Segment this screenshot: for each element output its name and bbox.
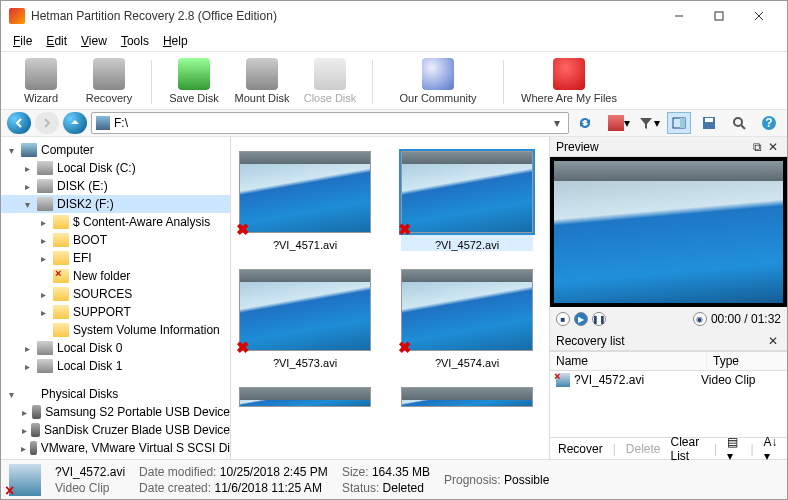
svg-text:?: ? [765, 116, 772, 130]
tree-disk2-f[interactable]: ▾DISK2 (F:) [1, 195, 230, 213]
svg-rect-5 [680, 118, 685, 128]
menu-edit[interactable]: Edit [40, 32, 73, 50]
tree-disk-e[interactable]: ▸DISK (E:) [1, 177, 230, 195]
minimize-button[interactable] [659, 2, 699, 30]
mount-disk-button[interactable]: Mount Disk [230, 56, 294, 104]
tree-svi[interactable]: System Volume Information [1, 321, 230, 339]
pause-button[interactable]: ❚❚ [592, 312, 606, 326]
status-filetype: Video Clip [55, 481, 125, 495]
file-label: ?VI_4574.avi [401, 357, 533, 369]
file-item[interactable]: ✖ ?VI_4571.avi [239, 151, 371, 251]
tree-efi[interactable]: ▸EFI [1, 249, 230, 267]
save-layout-button[interactable] [697, 112, 721, 134]
deleted-badge-icon: ✖ [236, 338, 252, 354]
play-button[interactable]: ▶ [574, 312, 588, 326]
filter-button[interactable]: ▾ [637, 112, 661, 134]
tree-sources[interactable]: ▸SOURCES [1, 285, 230, 303]
tree-physical[interactable]: ▾Physical Disks [1, 385, 230, 403]
right-panel: Preview ⧉ ✕ ■ ▶ ❚❚ ◉ 00:00 / 01:32 Recov… [549, 137, 787, 459]
tree-samsung[interactable]: ▸Samsung S2 Portable USB Device [1, 403, 230, 421]
file-thumbnail: ✖ [401, 151, 533, 233]
nav-up-button[interactable] [63, 112, 87, 134]
svg-line-9 [741, 125, 745, 129]
nav-forward-button[interactable] [35, 112, 59, 134]
file-thumbnail: ✖ [239, 269, 371, 351]
sort-button[interactable]: A↓ ▾ [760, 435, 783, 463]
menu-view[interactable]: View [75, 32, 113, 50]
volume-button[interactable]: ◉ [693, 312, 707, 326]
recovery-icon [93, 58, 125, 90]
file-thumbnail: ✖ [401, 269, 533, 351]
menu-file[interactable]: File [7, 32, 38, 50]
address-input[interactable] [114, 116, 550, 130]
titlebar: Hetman Partition Recovery 2.8 (Office Ed… [1, 1, 787, 31]
toolbar-separator [372, 60, 373, 104]
list-view-button[interactable]: ▤ ▾ [723, 435, 744, 463]
menu-help[interactable]: Help [157, 32, 194, 50]
close-disk-icon [314, 58, 346, 90]
preview-pane [550, 157, 787, 307]
recovery-button[interactable]: Recovery [77, 56, 141, 104]
main-area: ▾Computer ▸Local Disk (C:) ▸DISK (E:) ▾D… [1, 137, 787, 459]
tree-local-c[interactable]: ▸Local Disk (C:) [1, 159, 230, 177]
tree-content-aware[interactable]: ▸$ Content-Aware Analysis [1, 213, 230, 231]
file-thumbnail: ✖ [239, 151, 371, 233]
file-item[interactable]: ✖ ?VI_4573.avi [239, 269, 371, 369]
col-type[interactable]: Type [707, 352, 787, 370]
svg-rect-7 [705, 118, 713, 122]
tree-sandisk[interactable]: ▸SanDisk Cruzer Blade USB Device [1, 421, 230, 439]
file-thumbnail [239, 387, 371, 407]
file-item[interactable]: ✖ ?VI_4574.avi [401, 269, 533, 369]
recovery-list-header: Recovery list ✕ [550, 331, 787, 351]
community-button[interactable]: Our Community [383, 56, 493, 104]
file-label: ?VI_4571.avi [239, 239, 371, 251]
search-button[interactable] [727, 112, 751, 134]
community-icon [422, 58, 454, 90]
tree-local0[interactable]: ▸Local Disk 0 [1, 339, 230, 357]
recovery-list-columns[interactable]: Name Type [550, 351, 787, 371]
window-title: Hetman Partition Recovery 2.8 (Office Ed… [31, 9, 659, 23]
file-label: ?VI_4573.avi [239, 357, 371, 369]
wizard-button[interactable]: Wizard [9, 56, 73, 104]
refresh-button[interactable] [573, 112, 597, 134]
mount-disk-icon [246, 58, 278, 90]
help-button[interactable]: ? [757, 112, 781, 134]
folder-tree[interactable]: ▾Computer ▸Local Disk (C:) ▸DISK (E:) ▾D… [1, 137, 231, 459]
toolbar-separator [151, 60, 152, 104]
stop-button[interactable]: ■ [556, 312, 570, 326]
nav-back-button[interactable] [7, 112, 31, 134]
menu-tools[interactable]: Tools [115, 32, 155, 50]
deleted-badge-icon: ✖ [398, 338, 414, 354]
tree-support[interactable]: ▸SUPPORT [1, 303, 230, 321]
recovery-list-footer: Recover | Delete Clear List | ▤ ▾ | A↓ ▾ [550, 437, 787, 459]
preview-header: Preview ⧉ ✕ [550, 137, 787, 157]
file-grid[interactable]: ✖ ?VI_4571.avi ✖ ?VI_4572.avi ✖ ?VI_4573… [231, 137, 549, 459]
video-file-icon [556, 373, 570, 387]
preview-toggle-button[interactable] [667, 112, 691, 134]
preview-close-button[interactable]: ✕ [765, 139, 781, 155]
tree-computer[interactable]: ▾Computer [1, 141, 230, 159]
col-name[interactable]: Name [550, 352, 707, 370]
recovery-list-close-button[interactable]: ✕ [765, 333, 781, 349]
file-item[interactable]: ✖ ?VI_4572.avi [401, 151, 533, 251]
clear-list-button[interactable]: Clear List [667, 435, 708, 463]
address-dropdown[interactable]: ▾ [550, 116, 564, 130]
tree-new-folder[interactable]: New folder [1, 267, 230, 285]
preview-image [554, 161, 783, 303]
menubar: File Edit View Tools Help [1, 31, 787, 51]
tree-boot[interactable]: ▸BOOT [1, 231, 230, 249]
file-item[interactable] [401, 387, 533, 407]
maximize-button[interactable] [699, 2, 739, 30]
address-bar[interactable]: ▾ [91, 112, 569, 134]
recover-button[interactable]: Recover [554, 442, 607, 456]
tree-vmware[interactable]: ▸VMware, VMware Virtual S SCSI Di [1, 439, 230, 457]
close-button[interactable] [739, 2, 779, 30]
file-item[interactable] [239, 387, 371, 407]
where-files-button[interactable]: Where Are My Files [514, 56, 624, 104]
preview-detach-button[interactable]: ⧉ [749, 139, 765, 155]
save-disk-button[interactable]: Save Disk [162, 56, 226, 104]
tree-local1[interactable]: ▸Local Disk 1 [1, 357, 230, 375]
recovery-list-row[interactable]: ?VI_4572.avi Video Clip [550, 371, 787, 389]
view-mode-button[interactable]: ▾ [607, 112, 631, 134]
status-bar: ?VI_4572.avi Video Clip Date modified: 1… [1, 459, 787, 499]
